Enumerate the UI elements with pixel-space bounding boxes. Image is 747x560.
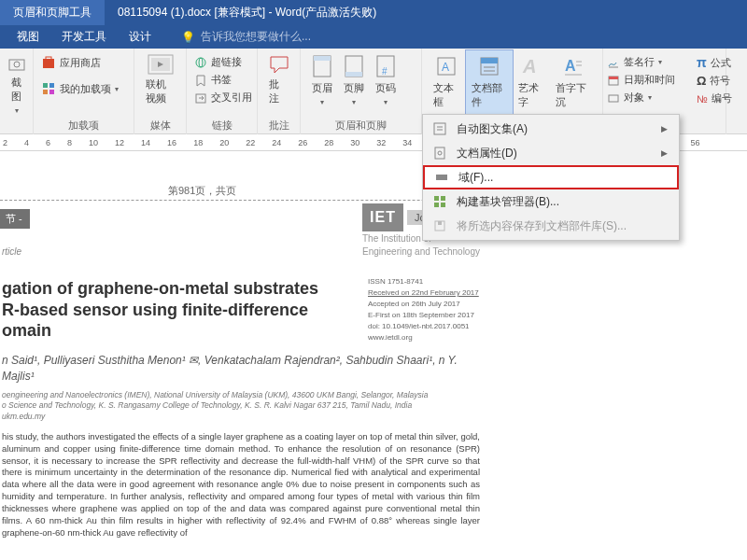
tell-me-placeholder: 告诉我您想要做什么...: [201, 29, 311, 45]
page-header-text: 第981页，共页: [168, 184, 236, 198]
svg-rect-15: [314, 56, 331, 61]
number-icon: №: [697, 93, 708, 105]
page-number-button[interactable]: #页码▾: [370, 50, 402, 106]
group-comments: 批注 批注: [258, 49, 301, 134]
svg-rect-34: [609, 95, 618, 102]
online-video-button[interactable]: 联机视频: [140, 50, 180, 105]
video-icon: [148, 54, 174, 75]
svg-text:A: A: [442, 61, 449, 74]
number-button[interactable]: №编号: [695, 91, 720, 106]
group-media: 联机视频 媒体: [134, 49, 187, 134]
authors: n Said¹, Pulliyaseri Susthitha Menon¹ ✉,…: [2, 353, 480, 385]
docprop-icon: [432, 146, 447, 161]
svg-text:A: A: [565, 58, 576, 74]
parts-icon: [479, 54, 500, 78]
save-gallery-icon: [432, 218, 447, 233]
object-icon: [607, 91, 620, 105]
tab-developer[interactable]: 开发工具: [50, 25, 118, 49]
abstract: his study, the authors investigated the …: [2, 431, 480, 539]
group-screenshot: 截图 ▾: [0, 49, 34, 134]
svg-rect-44: [441, 203, 445, 207]
svg-rect-41: [434, 196, 439, 201]
group-label-media: 媒体: [134, 119, 186, 133]
wordart-icon: A: [521, 54, 542, 78]
dropcap-icon: A: [563, 54, 584, 78]
bookmark-icon: [194, 74, 207, 87]
svg-point-39: [438, 151, 442, 155]
hyperlink-button[interactable]: 超链接: [192, 54, 251, 70]
addins-icon: [41, 81, 56, 96]
field-item[interactable]: 域(F)...: [423, 165, 679, 189]
comment-button[interactable]: 批注: [263, 50, 294, 105]
tab-strip: 视图 开发工具 设计 💡 告诉我您想要做什么...: [0, 25, 747, 49]
svg-point-11: [196, 58, 205, 67]
header-button[interactable]: 页眉▾: [306, 50, 338, 106]
signature-icon: [607, 56, 620, 69]
svg-rect-17: [345, 72, 362, 77]
comment-icon: [268, 54, 290, 75]
autotext-item[interactable]: 自动图文集(A)▶: [423, 117, 679, 141]
document-title: 08115094 (1).docx [兼容模式] - Word(产品激活失败): [118, 5, 376, 21]
svg-rect-6: [43, 90, 48, 94]
textbox-button[interactable]: A文本框▾: [428, 50, 466, 120]
object-button[interactable]: 对象▾: [605, 90, 689, 105]
quick-parts-dropdown: 自动图文集(A)▶ 文档属性(D)▶ 域(F)... 构建基块管理器(B)...…: [422, 114, 680, 241]
field-icon: [434, 170, 449, 185]
bbm-icon: [432, 194, 447, 209]
signature-line-button[interactable]: 签名行▾: [605, 54, 689, 70]
footer-icon: [344, 54, 364, 78]
screenshot-button[interactable]: 截图 ▾: [6, 50, 27, 115]
wordart-button[interactable]: A艺术字▾: [513, 50, 551, 120]
group-label-addins: 加载项: [34, 119, 134, 133]
svg-point-12: [199, 58, 203, 67]
app-store-button[interactable]: 应用商店: [39, 54, 128, 71]
svg-rect-7: [49, 90, 54, 94]
tab-view[interactable]: 视图: [6, 25, 50, 49]
camera-icon: [7, 54, 26, 73]
building-blocks-item[interactable]: 构建基块管理器(B)...: [423, 189, 679, 214]
group-label-hf: 页眉和页脚: [301, 119, 421, 133]
svg-rect-3: [46, 57, 51, 60]
calendar-icon: [607, 74, 620, 87]
lightbulb-icon: 💡: [181, 31, 195, 44]
iet-logo-icon: IET: [362, 203, 403, 231]
svg-rect-40: [436, 175, 447, 180]
symbol-button[interactable]: Ω符号: [695, 73, 720, 89]
footer-button[interactable]: 页脚▾: [338, 50, 370, 106]
svg-rect-23: [481, 58, 498, 63]
paper-metadata: ISSN 1751-8741 Received on 22nd February…: [368, 276, 480, 343]
dropcap-button[interactable]: A首字下沉▾: [550, 50, 597, 120]
group-header-footer: 页眉▾ 页脚▾ #页码▾ 页眉和页脚: [301, 49, 422, 134]
svg-text:A: A: [522, 56, 536, 77]
tell-me-search[interactable]: 💡 告诉我您想要做什么...: [181, 29, 311, 45]
bookmark-button[interactable]: 书签: [192, 72, 251, 88]
textbox-icon: A: [436, 54, 457, 78]
paper-title: gation of graphene-on-metal substrates R…: [2, 278, 368, 342]
cross-reference-button[interactable]: 交叉引用: [192, 90, 251, 105]
header-icon: [312, 54, 332, 78]
quick-parts-button[interactable]: 文档部件▾: [465, 49, 514, 121]
title-bar: 页眉和页脚工具 08115094 (1).docx [兼容模式] - Word(…: [0, 0, 747, 25]
svg-rect-33: [609, 77, 618, 79]
omega-icon: Ω: [697, 74, 706, 88]
autotext-icon: [432, 121, 447, 136]
pagenum-icon: #: [375, 54, 396, 78]
tab-design[interactable]: 设计: [118, 25, 162, 49]
svg-point-1: [14, 62, 20, 67]
ribbon: 截图 ▾ 应用商店 我的加载项 ▾ 加载项 联机视频 媒体 超链接 书签: [0, 49, 747, 134]
save-to-gallery-item: 将所选内容保存到文档部件库(S)...: [423, 214, 679, 238]
svg-rect-35: [434, 123, 445, 134]
doc-property-item[interactable]: 文档属性(D)▶: [423, 141, 679, 165]
link-icon: [194, 56, 207, 69]
svg-rect-43: [434, 203, 439, 207]
article-type: rticle: [2, 246, 21, 257]
my-addins-button[interactable]: 我的加载项 ▾: [39, 80, 128, 97]
date-time-button[interactable]: 日期和时间: [605, 72, 689, 88]
svg-rect-5: [49, 83, 54, 88]
affiliations: oengineering and Nanoelectronics (IMEN),…: [2, 390, 480, 422]
group-label-comments: 批注: [258, 119, 300, 133]
equation-button[interactable]: π公式: [695, 54, 720, 71]
xref-icon: [194, 91, 207, 105]
contextual-tab: 页眉和页脚工具: [0, 0, 105, 25]
section-indicator: 节 -: [0, 209, 30, 229]
